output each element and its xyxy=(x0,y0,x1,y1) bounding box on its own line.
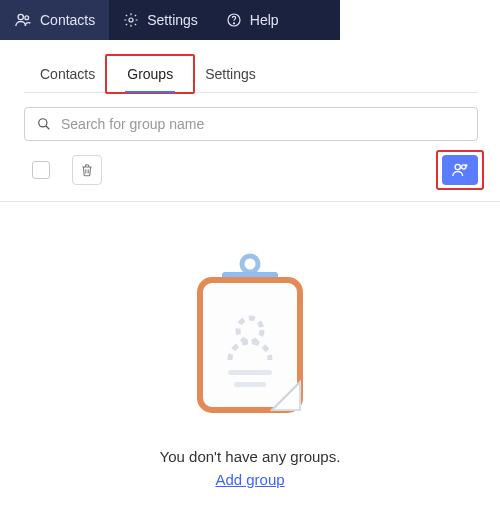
svg-point-6 xyxy=(455,164,460,169)
svg-rect-14 xyxy=(234,382,266,387)
tab-groups-label: Groups xyxy=(127,66,173,82)
help-icon xyxy=(226,12,242,28)
subtabs-container: Contacts Groups Settings xyxy=(2,40,500,93)
search-box[interactable] xyxy=(24,107,478,141)
subtabs: Contacts Groups Settings xyxy=(24,58,478,93)
tab-groups[interactable]: Groups xyxy=(111,58,189,92)
add-group-icon xyxy=(451,161,469,179)
svg-point-8 xyxy=(242,256,258,272)
svg-rect-13 xyxy=(228,370,272,375)
search-row xyxy=(2,93,500,141)
nav-settings[interactable]: Settings xyxy=(109,0,212,40)
nav-settings-label: Settings xyxy=(147,12,198,28)
svg-point-5 xyxy=(39,119,47,127)
svg-point-0 xyxy=(18,14,23,19)
svg-point-1 xyxy=(25,16,29,20)
tab-settings-label: Settings xyxy=(205,66,256,82)
nav-contacts[interactable]: Contacts xyxy=(0,0,109,40)
tab-contacts-label: Contacts xyxy=(40,66,95,82)
toolbar-row xyxy=(2,141,500,199)
add-group-link[interactable]: Add group xyxy=(215,471,284,488)
top-nav: Contacts Settings Help xyxy=(0,0,500,40)
select-all-checkbox[interactable] xyxy=(32,161,50,179)
nav-help[interactable]: Help xyxy=(212,0,293,40)
add-group-button[interactable] xyxy=(442,155,478,185)
clipboard-illustration xyxy=(180,250,320,420)
delete-button[interactable] xyxy=(72,155,102,185)
search-icon xyxy=(37,117,51,131)
empty-message: You don't have any groups. xyxy=(160,448,341,465)
nav-contacts-label: Contacts xyxy=(40,12,95,28)
tab-settings[interactable]: Settings xyxy=(189,58,272,92)
empty-state: You don't have any groups. Add group xyxy=(0,202,500,488)
nav-help-label: Help xyxy=(250,12,279,28)
svg-point-4 xyxy=(233,23,234,24)
tab-contacts[interactable]: Contacts xyxy=(24,58,111,92)
svg-rect-11 xyxy=(200,280,300,410)
gear-icon xyxy=(123,12,139,28)
contacts-icon xyxy=(14,11,32,29)
nav-right-blank xyxy=(340,0,500,40)
svg-point-2 xyxy=(129,18,133,22)
search-input[interactable] xyxy=(61,116,465,132)
trash-icon xyxy=(80,163,94,177)
